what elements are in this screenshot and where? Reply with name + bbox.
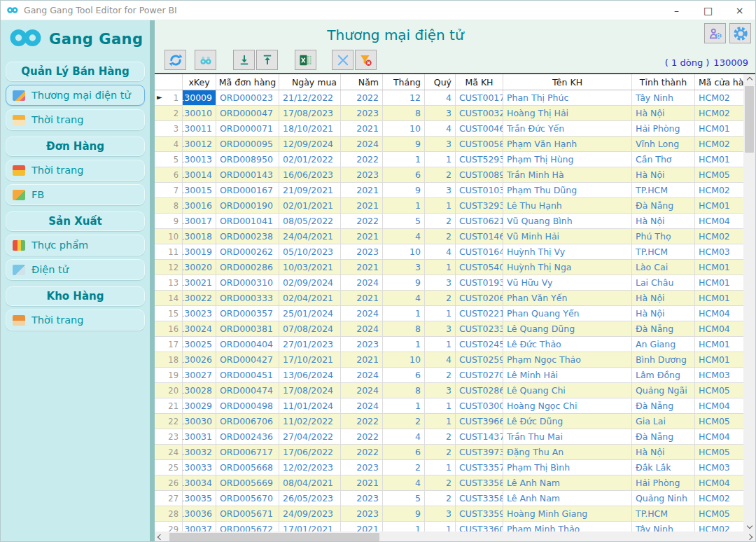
cell-xkey[interactable]: 130011 (183, 121, 216, 136)
cell-quy[interactable]: 1 (425, 260, 456, 275)
table-row[interactable]: 7130015ORD00016721/09/2021202193CUST0103… (155, 183, 743, 198)
column-header-ngay-mua[interactable]: Ngày mua (279, 74, 341, 90)
cell-ma-kh[interactable]: CUST0245 (456, 337, 503, 352)
cell-tinh-thanh[interactable]: Cần Thơ (632, 152, 695, 167)
cell-quy[interactable]: 3 (425, 183, 456, 197)
cell-ten-kh[interactable]: Vũ Quang Bình (503, 214, 632, 228)
row-header[interactable]: 18 (155, 352, 183, 367)
cell-ngay-mua[interactable]: 21/09/2021 (279, 183, 341, 197)
cell-ten-kh[interactable]: Phan Văn Yến (503, 291, 632, 305)
close-button[interactable]: × (724, 1, 755, 20)
cell-ma-kh[interactable]: CUST0164 (456, 244, 503, 259)
cell-nam[interactable]: 2021 (341, 260, 383, 275)
cell-xkey[interactable]: 130015 (183, 183, 216, 197)
cell-ma-don-hang[interactable]: ORD005669 (216, 475, 279, 490)
cell-xkey[interactable]: 130017 (183, 214, 216, 228)
cell-xkey[interactable]: 130020 (183, 260, 216, 275)
cell-quy[interactable]: 1 (425, 522, 456, 531)
cell-ma-kh[interactable]: CUST0193 (456, 275, 503, 290)
cell-nam[interactable]: 2023 (341, 337, 383, 352)
cell-nam[interactable]: 2022 (341, 214, 383, 228)
row-header[interactable]: 4 (155, 137, 183, 151)
cell-thang[interactable]: 4 (383, 475, 425, 490)
row-header[interactable]: 15 (155, 306, 183, 321)
cell-ma-don-hang[interactable]: ORD001041 (216, 214, 279, 228)
table-row[interactable]: 9130017ORD00104108/05/2022202252CUST0621… (155, 214, 743, 229)
cell-ma-cua-hang[interactable]: HCM01 (695, 291, 743, 305)
cell-xkey[interactable]: 130010 (183, 106, 216, 120)
cell-ngay-mua[interactable]: 17/01/2021 (279, 522, 341, 531)
scroll-down-arrow-icon[interactable] (744, 520, 755, 531)
cell-ma-don-hang[interactable]: ORD000167 (216, 183, 279, 197)
cell-ten-kh[interactable]: Phan Quang Yến (503, 306, 632, 321)
cell-ma-kh[interactable]: CUST0300 (456, 398, 503, 413)
column-header-tinh-thanh[interactable]: Tỉnh thành (632, 74, 695, 90)
cell-nam[interactable]: 2024 (341, 398, 383, 413)
cell-ten-kh[interactable]: Phạm Ngọc Thảo (503, 352, 632, 367)
cell-tinh-thanh[interactable]: TP.HCM (632, 183, 695, 197)
cell-ngay-mua[interactable]: 12/09/2024 (279, 137, 341, 151)
cell-ngay-mua[interactable]: 02/04/2021 (279, 291, 341, 305)
row-header[interactable]: 13 (155, 275, 183, 290)
cell-xkey[interactable]: 130036 (183, 506, 216, 521)
cell-ma-cua-hang[interactable]: HCM02 (695, 183, 743, 197)
cell-tinh-thanh[interactable]: Đắk Lắk (632, 460, 695, 475)
cell-ma-kh[interactable]: CUST0017 (456, 90, 503, 105)
row-header[interactable]: 11 (155, 244, 183, 259)
row-header[interactable]: 23 (155, 429, 183, 444)
cell-ngay-mua[interactable]: 02/01/2021 (279, 198, 341, 213)
cell-ma-cua-hang[interactable]: HCM05 (695, 167, 743, 182)
cell-ma-kh[interactable]: CUST0270 (456, 368, 503, 382)
cell-xkey[interactable]: 130024 (183, 321, 216, 336)
cell-ma-cua-hang[interactable]: HCM02 (695, 137, 743, 151)
cell-ma-don-hang[interactable]: ORD006717 (216, 445, 279, 459)
cell-ma-cua-hang[interactable]: HCM01 (695, 352, 743, 367)
table-row[interactable]: 11130019ORD00026205/10/20232023104CUST01… (155, 244, 743, 260)
cell-ma-kh[interactable]: CUST0032 (456, 106, 503, 120)
cell-ngay-mua[interactable]: 07/08/2024 (279, 321, 341, 336)
scroll-up-arrow-icon[interactable] (744, 74, 755, 85)
cell-thang[interactable]: 5 (383, 214, 425, 228)
cell-thang[interactable]: 3 (383, 260, 425, 275)
cell-ngay-mua[interactable]: 17/10/2021 (279, 352, 341, 367)
cell-quy[interactable]: 4 (425, 90, 456, 105)
table-row[interactable]: 4130012ORD00009512/09/2024202493CUST0058… (155, 137, 743, 152)
row-header[interactable]: 20 (155, 383, 183, 398)
cell-tinh-thanh[interactable]: An Giang (632, 337, 695, 352)
row-header[interactable]: 12 (155, 260, 183, 275)
row-header[interactable]: 10 (155, 229, 183, 244)
table-row[interactable]: ►1130009ORD00002321/12/20222022124CUST00… (155, 90, 743, 106)
cell-thang[interactable]: 12 (383, 90, 425, 105)
scroll-left-arrow-icon[interactable] (155, 531, 166, 542)
cell-nam[interactable]: 2023 (341, 460, 383, 475)
cell-ngay-mua[interactable]: 18/10/2021 (279, 121, 341, 136)
sidebar-item-thoi-trang[interactable]: Thời trang (6, 109, 145, 130)
table-row[interactable]: 22130030ORD00670611/02/2022202221CUST396… (155, 414, 743, 429)
cell-ma-cua-hang[interactable]: HCM01 (695, 121, 743, 136)
cell-ma-kh[interactable]: CUST0146 (456, 229, 503, 244)
sidebar-item-thuong-mai-dien-tu[interactable]: Thương mại điện tử (6, 85, 145, 106)
cell-quy[interactable]: 2 (425, 475, 456, 490)
cell-quy[interactable]: 2 (425, 167, 456, 182)
row-header[interactable]: 2 (155, 106, 183, 120)
cell-ma-cua-hang[interactable]: HCM02 (695, 106, 743, 120)
cell-tinh-thanh[interactable]: Gia Lai (632, 414, 695, 429)
column-header-quy[interactable]: Quý (425, 74, 456, 90)
cell-ngay-mua[interactable]: 08/04/2021 (279, 475, 341, 490)
settings-button[interactable] (729, 23, 751, 43)
cell-tinh-thanh[interactable]: Lâm Đồng (632, 368, 695, 382)
cell-ngay-mua[interactable]: 11/01/2024 (279, 398, 341, 413)
cell-thang[interactable]: 8 (383, 321, 425, 336)
row-header[interactable]: 22 (155, 414, 183, 429)
cell-ngay-mua[interactable]: 21/12/2022 (279, 90, 341, 105)
cell-ma-kh[interactable]: CUST3359 (456, 506, 503, 521)
cell-quy[interactable]: 1 (425, 398, 456, 413)
cell-ma-don-hang[interactable]: ORD000095 (216, 137, 279, 151)
cell-quy[interactable]: 1 (425, 460, 456, 475)
cell-ma-kh[interactable]: CUST1437 (456, 429, 503, 444)
table-row[interactable]: 25130033ORD00566812/02/2023202321CUST335… (155, 460, 743, 475)
cell-nam[interactable]: 2021 (341, 198, 383, 213)
row-header[interactable]: 3 (155, 121, 183, 136)
cell-ma-kh[interactable]: CUST0206 (456, 291, 503, 305)
cell-ma-cua-hang[interactable]: HCM04 (695, 321, 743, 336)
